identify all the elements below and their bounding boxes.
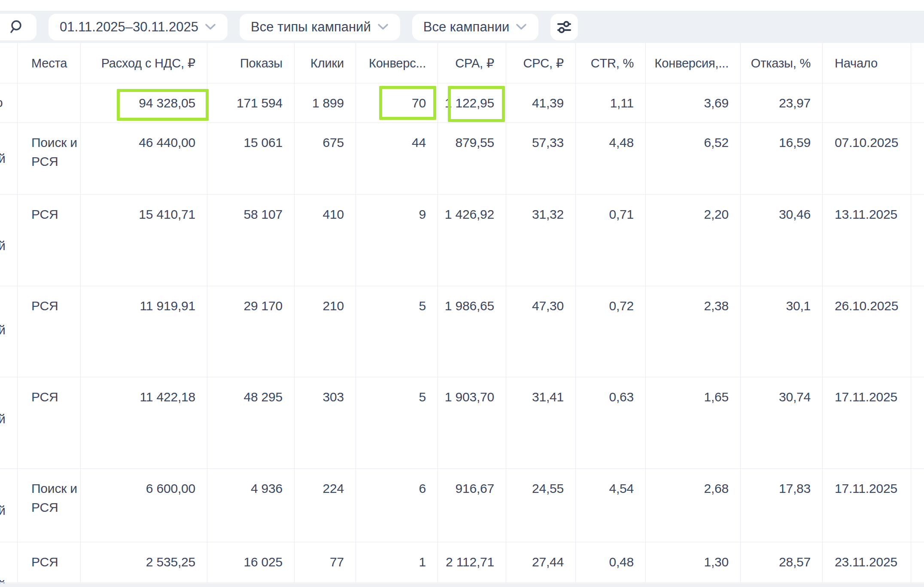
cell-impressions: 171 594 [207,83,295,122]
cell-ctr: 4,54 [576,469,646,542]
column-header-places[interactable]: Места [18,43,81,83]
cell-cpa: 1 986,65 [438,286,506,377]
campaign-type-value: Все типы кампаний [251,19,371,35]
cell-cpc: 41,39 [506,83,576,122]
cell-cost: 15 410,71 [81,195,207,286]
edge-cell: й [0,123,18,194]
column-header-cpc[interactable]: CPC, ₽ [506,43,576,83]
table-row: й Поиск и РСЯ 46 440,00 15 061 675 44 87… [0,123,924,195]
column-header-conv-rate[interactable]: Конверсия,... [646,43,741,83]
cell-cpc: 27,44 [506,542,576,582]
cell-cpc: 57,33 [506,123,576,194]
cell-impressions: 48 295 [207,377,295,468]
table-row: й РСЯ 15 410,71 58 107 410 9 1 426,92 31… [0,195,924,286]
date-range-value: 01.11.2025–30.11.2025 [60,19,198,35]
cell-ctr: 0,48 [576,542,646,582]
cell-cost: 2 535,25 [81,542,207,582]
table-row: й РСЯ 11 422,18 48 295 303 5 1 903,70 31… [0,377,924,469]
column-header-cpa[interactable]: CPA, ₽ [438,43,506,83]
date-range-filter[interactable]: 01.11.2025–30.11.2025 [49,14,228,40]
clipped-text-fragment: й [0,324,6,336]
cell-clicks: 224 [295,469,356,542]
column-header-impressions[interactable]: Показы [207,43,295,83]
yandex-direct-statistics-screen: 01.11.2025–30.11.2025 Все типы кампаний … [0,0,924,587]
cell-cpc: 24,55 [506,469,576,542]
cell-conversions: 1 [356,542,438,582]
edge-cell-right [911,195,924,286]
cell-clicks: 77 [295,542,356,582]
clipped-text-fragment: й [0,504,6,517]
column-header-conversions[interactable]: Конверс... [356,43,438,83]
campaigns-filter[interactable]: Все кампании [412,14,539,40]
edge-cell-right [911,469,924,542]
edge-cell-right [911,123,924,194]
cell-conversions: 5 [356,286,438,377]
cell-cpa: 1 903,70 [438,377,506,468]
cell-bounce: 30,1 [741,286,823,377]
cell-start: 17.11.2025 [823,469,911,542]
cell-places: Поиск и РСЯ [18,469,81,542]
cell-places: РСЯ [18,542,81,582]
column-header-clicks[interactable]: Клики [295,43,356,83]
cell-cost: 11 422,18 [81,377,207,468]
clipped-text-fragment: й [0,152,6,165]
edge-cell: й [0,286,18,377]
edge-cell-right [911,286,924,377]
cell-cpa: 2 112,71 [438,542,506,582]
cell-conversions: 6 [356,469,438,542]
edge-cell: й [0,195,18,286]
edge-cell: й [0,542,18,582]
table-row: й Поиск и РСЯ 6 600,00 4 936 224 6 916,6… [0,469,924,542]
cell-impressions: 58 107 [207,195,295,286]
cell-impressions: 29 170 [207,286,295,377]
cell-bounce: 28,57 [741,542,823,582]
cell-ctr: 0,72 [576,286,646,377]
column-header-start[interactable]: Начало [823,43,911,83]
filters-toolbar: 01.11.2025–30.11.2025 Все типы кампаний … [0,11,924,43]
cell-conversions: 5 [356,377,438,468]
cell-ctr: 0,63 [576,377,646,468]
column-header-bounce[interactable]: Отказы, % [741,43,823,83]
cell-clicks: 303 [295,377,356,468]
cell-cpa: 916,67 [438,469,506,542]
cell-impressions: 15 061 [207,123,295,194]
column-header-cost[interactable]: Расход с НДС, ₽ [81,43,207,83]
cell-start: 13.11.2025 [823,195,911,286]
cell-ctr: 1,11 [576,83,646,122]
cell-conv-rate: 1,65 [646,377,741,468]
chevron-down-icon [515,23,527,31]
cell-clicks: 210 [295,286,356,377]
campaigns-value: Все кампании [423,19,510,35]
campaign-type-filter[interactable]: Все типы кампаний [240,14,400,40]
statistics-table: Места Расход с НДС, ₽ Показы Клики Конве… [0,43,924,583]
cell-ctr: 4,48 [576,123,646,194]
clipped-text-fragment: й [0,413,6,425]
chevron-down-icon [377,23,389,31]
edge-cell-right [911,83,924,122]
table-row-totals: о 94 328,05 171 594 1 899 70 1 122,95 41… [0,83,924,123]
cell-conv-rate: 3,69 [646,83,741,122]
table-row: й РСЯ 11 919,91 29 170 210 5 1 986,65 47… [0,286,924,377]
table-settings-button[interactable] [550,14,578,40]
cell-cost: 94 328,05 [81,83,207,122]
clipped-text-fragment: о [0,96,3,109]
cell-cpc: 31,41 [506,377,576,468]
cell-start: 23.11.2025 [823,542,911,582]
cell-conversions: 70 [356,83,438,122]
cell-clicks: 1 899 [295,83,356,122]
cell-start [823,83,911,122]
cell-conv-rate: 2,38 [646,286,741,377]
cell-ctr: 0,71 [576,195,646,286]
cell-cpc: 31,32 [506,195,576,286]
cell-cost: 46 440,00 [81,123,207,194]
cell-cost: 11 919,91 [81,286,207,377]
cell-conv-rate: 6,52 [646,123,741,194]
search-button[interactable] [0,14,36,40]
cell-cpc: 47,30 [506,286,576,377]
cell-start: 17.11.2025 [823,377,911,468]
cell-conversions: 9 [356,195,438,286]
cell-places [18,83,81,122]
cell-places: РСЯ [18,195,81,286]
column-header-edge [0,43,18,83]
column-header-ctr[interactable]: CTR, % [576,43,646,83]
